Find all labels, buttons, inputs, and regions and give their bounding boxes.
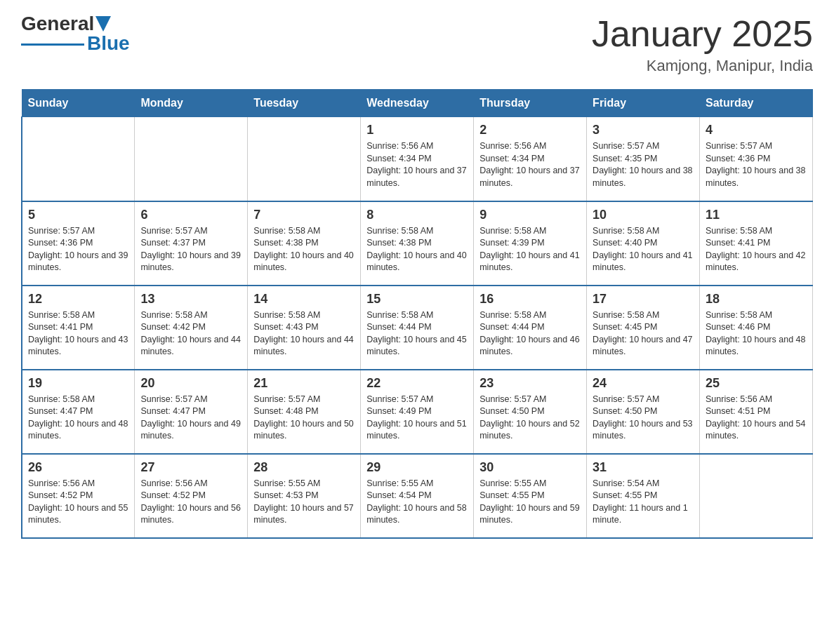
weekday-header-wednesday: Wednesday [361,90,474,117]
day-info: Sunrise: 5:56 AM Sunset: 4:34 PM Dayligh… [366,140,468,189]
day-info: Sunrise: 5:56 AM Sunset: 4:51 PM Dayligh… [706,394,807,443]
day-info: Sunrise: 5:58 AM Sunset: 4:46 PM Dayligh… [706,309,807,358]
day-info: Sunrise: 5:56 AM Sunset: 4:34 PM Dayligh… [479,140,581,189]
day-info: Sunrise: 5:57 AM Sunset: 4:37 PM Dayligh… [140,225,241,274]
day-info: Sunrise: 5:57 AM Sunset: 4:36 PM Dayligh… [706,140,807,189]
day-info: Sunrise: 5:58 AM Sunset: 4:41 PM Dayligh… [706,225,807,274]
calendar-cell: 24Sunrise: 5:57 AM Sunset: 4:50 PM Dayli… [587,370,700,454]
day-info: Sunrise: 5:55 AM Sunset: 4:54 PM Dayligh… [366,478,468,527]
calendar-cell: 13Sunrise: 5:58 AM Sunset: 4:42 PM Dayli… [135,286,248,370]
day-info: Sunrise: 5:58 AM Sunset: 4:41 PM Dayligh… [28,309,128,358]
day-info: Sunrise: 5:58 AM Sunset: 4:38 PM Dayligh… [366,225,468,274]
day-number: 24 [593,376,694,391]
week-row-4: 19Sunrise: 5:58 AM Sunset: 4:47 PM Dayli… [22,370,813,454]
day-number: 8 [366,208,468,222]
calendar-cell: 25Sunrise: 5:56 AM Sunset: 4:51 PM Dayli… [700,370,813,454]
calendar-cell: 11Sunrise: 5:58 AM Sunset: 4:41 PM Dayli… [700,201,813,286]
calendar-cell: 9Sunrise: 5:58 AM Sunset: 4:39 PM Daylig… [474,201,587,286]
day-info: Sunrise: 5:57 AM Sunset: 4:48 PM Dayligh… [253,394,355,443]
logo-divider [21,43,84,46]
day-info: Sunrise: 5:57 AM Sunset: 4:35 PM Dayligh… [593,140,694,189]
calendar-cell: 4Sunrise: 5:57 AM Sunset: 4:36 PM Daylig… [700,117,813,201]
week-row-3: 12Sunrise: 5:58 AM Sunset: 4:41 PM Dayli… [22,286,813,370]
calendar-cell: 3Sunrise: 5:57 AM Sunset: 4:35 PM Daylig… [587,117,700,201]
week-row-2: 5Sunrise: 5:57 AM Sunset: 4:36 PM Daylig… [22,201,813,286]
week-row-5: 26Sunrise: 5:56 AM Sunset: 4:52 PM Dayli… [22,454,813,538]
day-number: 25 [706,376,807,391]
day-info: Sunrise: 5:58 AM Sunset: 4:44 PM Dayligh… [366,309,468,358]
calendar-cell: 19Sunrise: 5:58 AM Sunset: 4:47 PM Dayli… [22,370,135,454]
day-number: 1 [366,123,468,137]
day-info: Sunrise: 5:57 AM Sunset: 4:50 PM Dayligh… [479,394,581,443]
page-header: General Blue January 2025 Kamjong, Manip… [21,14,813,75]
day-number: 2 [479,123,581,137]
day-info: Sunrise: 5:57 AM Sunset: 4:49 PM Dayligh… [366,394,468,443]
day-number: 18 [706,292,807,307]
calendar-cell: 10Sunrise: 5:58 AM Sunset: 4:40 PM Dayli… [587,201,700,286]
day-number: 10 [593,208,694,222]
day-info: Sunrise: 5:57 AM Sunset: 4:47 PM Dayligh… [140,394,241,443]
day-info: Sunrise: 5:55 AM Sunset: 4:53 PM Dayligh… [253,478,355,527]
day-number: 23 [479,376,581,391]
logo-text-black: General [21,14,94,34]
day-info: Sunrise: 5:56 AM Sunset: 4:52 PM Dayligh… [28,478,128,527]
calendar-cell: 2Sunrise: 5:56 AM Sunset: 4:34 PM Daylig… [474,117,587,201]
calendar-cell [22,117,135,201]
calendar-cell: 28Sunrise: 5:55 AM Sunset: 4:53 PM Dayli… [248,454,361,538]
calendar-cell: 6Sunrise: 5:57 AM Sunset: 4:37 PM Daylig… [135,201,248,286]
calendar-cell: 14Sunrise: 5:58 AM Sunset: 4:43 PM Dayli… [248,286,361,370]
day-number: 17 [593,292,694,307]
day-number: 30 [479,460,581,475]
day-info: Sunrise: 5:58 AM Sunset: 4:39 PM Dayligh… [479,225,581,274]
weekday-header-sunday: Sunday [22,90,135,117]
calendar-cell [248,117,361,201]
weekday-header-tuesday: Tuesday [248,90,361,117]
day-number: 21 [253,376,355,391]
day-info: Sunrise: 5:57 AM Sunset: 4:50 PM Dayligh… [593,394,694,443]
calendar-cell: 15Sunrise: 5:58 AM Sunset: 4:44 PM Dayli… [361,286,474,370]
day-number: 7 [253,208,355,222]
day-number: 16 [479,292,581,307]
day-info: Sunrise: 5:56 AM Sunset: 4:52 PM Dayligh… [140,478,241,527]
day-info: Sunrise: 5:58 AM Sunset: 4:47 PM Dayligh… [28,394,128,443]
calendar-cell: 27Sunrise: 5:56 AM Sunset: 4:52 PM Dayli… [135,454,248,538]
calendar-cell: 17Sunrise: 5:58 AM Sunset: 4:45 PM Dayli… [587,286,700,370]
day-number: 3 [593,123,694,137]
svg-marker-0 [95,16,111,32]
title-section: January 2025 Kamjong, Manipur, India [592,14,813,75]
calendar-subtitle: Kamjong, Manipur, India [592,57,813,75]
calendar-cell: 29Sunrise: 5:55 AM Sunset: 4:54 PM Dayli… [361,454,474,538]
day-info: Sunrise: 5:58 AM Sunset: 4:38 PM Dayligh… [253,225,355,274]
calendar-cell: 21Sunrise: 5:57 AM Sunset: 4:48 PM Dayli… [248,370,361,454]
calendar-cell: 5Sunrise: 5:57 AM Sunset: 4:36 PM Daylig… [22,201,135,286]
day-number: 5 [28,208,128,222]
day-number: 12 [28,292,128,307]
day-number: 28 [253,460,355,475]
day-number: 26 [28,460,128,475]
calendar-cell: 18Sunrise: 5:58 AM Sunset: 4:46 PM Dayli… [700,286,813,370]
calendar-cell [700,454,813,538]
calendar-table: SundayMondayTuesdayWednesdayThursdayFrid… [21,89,813,539]
calendar-cell: 22Sunrise: 5:57 AM Sunset: 4:49 PM Dayli… [361,370,474,454]
calendar-cell: 20Sunrise: 5:57 AM Sunset: 4:47 PM Dayli… [135,370,248,454]
day-number: 19 [28,376,128,391]
calendar-cell: 23Sunrise: 5:57 AM Sunset: 4:50 PM Dayli… [474,370,587,454]
calendar-title: January 2025 [592,14,813,54]
weekday-header-friday: Friday [587,90,700,117]
day-number: 13 [140,292,241,307]
calendar-cell: 31Sunrise: 5:54 AM Sunset: 4:55 PM Dayli… [587,454,700,538]
calendar-cell: 7Sunrise: 5:58 AM Sunset: 4:38 PM Daylig… [248,201,361,286]
weekday-header-monday: Monday [135,90,248,117]
day-number: 22 [366,376,468,391]
calendar-cell: 26Sunrise: 5:56 AM Sunset: 4:52 PM Dayli… [22,454,135,538]
day-info: Sunrise: 5:55 AM Sunset: 4:55 PM Dayligh… [479,478,581,527]
calendar-cell: 1Sunrise: 5:56 AM Sunset: 4:34 PM Daylig… [361,117,474,201]
day-number: 14 [253,292,355,307]
logo-triangle-icon [95,16,111,32]
day-info: Sunrise: 5:58 AM Sunset: 4:40 PM Dayligh… [593,225,694,274]
day-info: Sunrise: 5:58 AM Sunset: 4:45 PM Dayligh… [593,309,694,358]
calendar-cell: 8Sunrise: 5:58 AM Sunset: 4:38 PM Daylig… [361,201,474,286]
weekday-header-saturday: Saturday [700,90,813,117]
day-number: 29 [366,460,468,475]
day-number: 6 [140,208,241,222]
